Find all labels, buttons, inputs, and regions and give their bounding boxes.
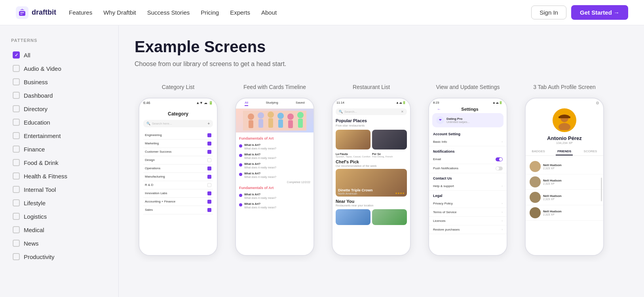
phone4-row-licences[interactable]: Licences › bbox=[429, 217, 507, 225]
phone4-row[interactable]: Basic Info › bbox=[429, 138, 507, 146]
phone2-tab-saved[interactable]: Saved bbox=[296, 101, 305, 106]
nav-success[interactable]: Success Stories bbox=[147, 9, 190, 16]
phone4-row-restore[interactable]: Restore purchases › bbox=[429, 225, 507, 234]
phone5-tab-scores[interactable]: SCORES bbox=[582, 148, 599, 155]
phone5-tab-badges[interactable]: BADGES bbox=[530, 148, 547, 155]
friend-item: Nell Hudson 2,323 XP bbox=[526, 159, 603, 174]
phone2-tab-studying[interactable]: Studying bbox=[266, 101, 278, 106]
phone2-date: Completed 12/2/22 bbox=[236, 180, 313, 184]
sidebar-item-dashboard[interactable]: Dashboard bbox=[11, 89, 107, 101]
sidebar-label-health: Health & Fitness bbox=[24, 173, 67, 180]
phone3-img1 bbox=[336, 130, 370, 149]
sidebar-label-medical: Medical bbox=[24, 227, 44, 233]
sidebar-item-entertainment[interactable]: Entertainment bbox=[11, 130, 107, 142]
svg-point-7 bbox=[258, 112, 264, 119]
nav-experts[interactable]: Experts bbox=[230, 9, 250, 16]
sidebar-item-audio[interactable]: Audio & Video bbox=[11, 62, 107, 74]
scrollbar[interactable] bbox=[601, 178, 602, 201]
phone-frame-2[interactable]: All Studying Saved bbox=[235, 98, 314, 256]
banner-image bbox=[243, 111, 306, 131]
phone3-near-img1 bbox=[336, 209, 370, 225]
phone3-big-img: Dinette Triple Crown North American ★★★★ bbox=[336, 169, 407, 197]
friend-avatar bbox=[530, 192, 541, 203]
phone4-row-push[interactable]: Push Notifications bbox=[429, 164, 507, 173]
sidebar-item-all[interactable]: All bbox=[11, 49, 107, 61]
phone1-row: Marketing bbox=[143, 140, 213, 148]
phone1-checkbox-unchecked bbox=[207, 183, 211, 187]
phone4-card: ❤ Dating Pro Unlimited swipes... bbox=[432, 113, 503, 127]
sidebar-label-internal: Internal Tool bbox=[24, 186, 56, 193]
gear-icon[interactable]: ⚙ bbox=[596, 101, 599, 105]
phone1-checkbox bbox=[207, 175, 211, 179]
screen-card-label-4: View and Update Settings bbox=[436, 83, 500, 91]
phone-frame-3[interactable]: 11:14 ▲☁🔋 🔍 Search... ✕ Popular Places F… bbox=[332, 98, 411, 256]
sidebar-item-medical[interactable]: Medical bbox=[11, 224, 107, 236]
signin-button[interactable]: Sign In bbox=[531, 6, 566, 19]
back-icon[interactable]: ← bbox=[433, 107, 445, 111]
phone4-row-terms[interactable]: Terms of Service › bbox=[429, 208, 507, 217]
nav-about[interactable]: About bbox=[261, 9, 277, 16]
phone1-body: Category 🔍 Search here... + Engineering bbox=[139, 107, 217, 218]
nav-logo[interactable]: draftbit bbox=[16, 6, 56, 19]
sidebar-item-logistics[interactable]: Logistics bbox=[11, 210, 107, 222]
phone5-tab-friends[interactable]: FRIENDS bbox=[556, 148, 573, 155]
sidebar-item-business[interactable]: Business bbox=[11, 76, 107, 88]
phone5-tabs: BADGES FRIENDS SCORES bbox=[526, 148, 603, 156]
phone3-search-close: ✕ bbox=[401, 110, 404, 114]
chevron-right-icon: › bbox=[502, 228, 503, 231]
svg-point-11 bbox=[277, 113, 284, 119]
phone2-dot bbox=[239, 194, 242, 197]
phone1-row: Innovation Labs bbox=[143, 189, 213, 198]
getstarted-button[interactable]: Get Started → bbox=[571, 5, 628, 20]
phone5-avatar bbox=[553, 108, 576, 132]
main-content: Example Screens Choose from our library … bbox=[119, 25, 644, 297]
sidebar-item-internal[interactable]: Internal Tool bbox=[11, 183, 107, 195]
phone1-search[interactable]: 🔍 Search here... + bbox=[143, 120, 213, 127]
sidebar-item-directory[interactable]: Directory bbox=[11, 103, 107, 115]
phone2-item: What is Art? What does it really mean? bbox=[236, 201, 313, 210]
phone1-search-placeholder: Search here... bbox=[152, 122, 206, 125]
sidebar-label-education: Education bbox=[24, 119, 50, 126]
phone2-banner bbox=[236, 109, 313, 132]
phone4-row-email[interactable]: Email bbox=[429, 155, 507, 164]
sidebar-item-education[interactable]: Education bbox=[11, 116, 107, 128]
sidebar-item-finance[interactable]: Finance bbox=[11, 143, 107, 155]
nav-pricing[interactable]: Pricing bbox=[201, 9, 219, 16]
svg-rect-6 bbox=[249, 120, 253, 128]
nav-features[interactable]: Features bbox=[69, 9, 92, 16]
toggle-email[interactable] bbox=[496, 157, 503, 161]
phone2-item: What is Art? What does it really mean? bbox=[236, 151, 313, 161]
svg-rect-12 bbox=[278, 119, 283, 128]
nav-why[interactable]: Why Draftbit bbox=[103, 9, 136, 16]
screen-card-settings: View and Update Settings 8:23 ▲☁🔋 ← Sett… bbox=[424, 83, 511, 256]
chevron-right-icon: › bbox=[502, 219, 503, 223]
sidebar-item-lifestyle[interactable]: Lifestyle bbox=[11, 197, 107, 209]
sidebar-item-news[interactable]: News bbox=[11, 237, 107, 249]
phone2-item: What is Art? What does it really mean? bbox=[236, 170, 313, 180]
svg-rect-8 bbox=[258, 119, 263, 128]
phone4-section4: Legal bbox=[429, 191, 507, 199]
phone1-add-icon[interactable]: + bbox=[207, 121, 210, 126]
phone-frame-1[interactable]: 6:46 ▲▼ ☁ 🔋 Category 🔍 Search here... + bbox=[139, 98, 218, 256]
friend-avatar bbox=[530, 161, 541, 172]
phone-frame-5[interactable]: ⚙ Antonio Pérez 134,234 XP bbox=[525, 98, 604, 256]
toggle-push[interactable] bbox=[496, 166, 503, 170]
sidebar-label-directory: Directory bbox=[24, 106, 47, 112]
phone3-search[interactable]: 🔍 Search... ✕ bbox=[336, 108, 407, 115]
sidebar-label-audio: Audio & Video bbox=[24, 65, 61, 72]
sidebar-item-productivity[interactable]: Productivity bbox=[11, 251, 107, 263]
phone1-checkbox bbox=[207, 200, 211, 204]
phone4-row-privacy[interactable]: Privacy Policy › bbox=[429, 199, 507, 208]
friend-avatar bbox=[530, 176, 541, 187]
phone4-row-help[interactable]: Help & support › bbox=[429, 182, 507, 191]
checkbox-all bbox=[13, 51, 20, 59]
logo-icon bbox=[16, 6, 28, 19]
dating-icon: ❤ bbox=[436, 116, 444, 124]
checkbox-entertainment bbox=[13, 132, 20, 139]
sidebar-label-news: News bbox=[24, 240, 39, 247]
sidebar-item-health[interactable]: Health & Fitness bbox=[11, 170, 107, 182]
phone3-near-title: Near You bbox=[332, 197, 410, 204]
phone-frame-4[interactable]: 8:23 ▲☁🔋 ← Settings ❤ Dating Pro Unlimit… bbox=[428, 98, 507, 256]
sidebar-item-food[interactable]: Food & Drink bbox=[11, 157, 107, 168]
phone2-tab-all[interactable]: All bbox=[245, 101, 248, 106]
